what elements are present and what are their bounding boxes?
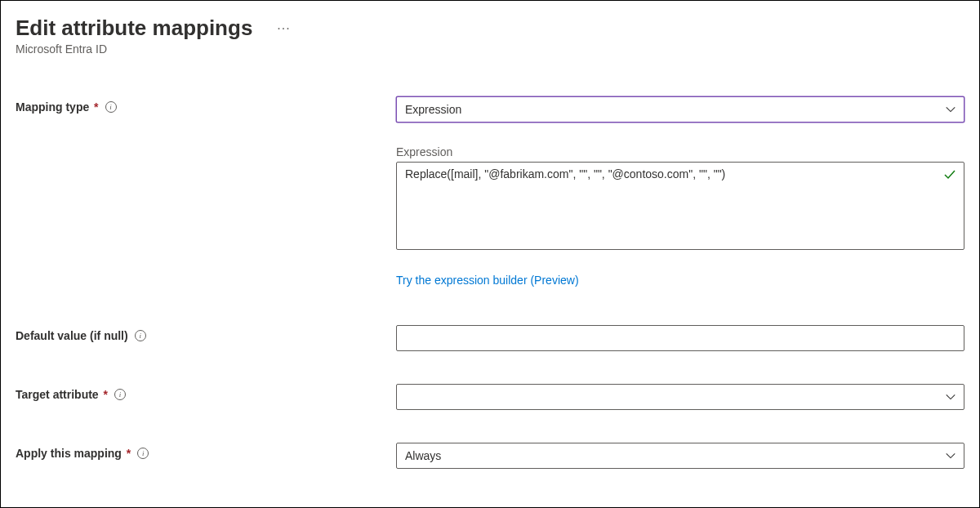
default-value-label: Default value (if null) xyxy=(16,329,128,342)
default-value-input[interactable] xyxy=(396,325,964,351)
expression-builder-link[interactable]: Try the expression builder (Preview) xyxy=(396,274,579,287)
required-indicator: * xyxy=(100,388,108,401)
apply-mapping-select[interactable]: Always xyxy=(396,443,964,469)
apply-mapping-label: Apply this mapping * xyxy=(16,447,131,460)
form-row-default-value: Default value (if null) i xyxy=(16,325,964,351)
info-icon[interactable]: i xyxy=(114,389,126,400)
form-row-apply-mapping: Apply this mapping * i Always xyxy=(16,443,964,469)
info-icon[interactable]: i xyxy=(137,448,149,459)
form-row-target-attribute: Target attribute * i xyxy=(16,384,964,410)
target-attribute-select[interactable] xyxy=(396,384,964,410)
page-title: Edit attribute mappings xyxy=(16,16,252,41)
expression-label: Expression xyxy=(396,145,964,158)
expression-textarea[interactable] xyxy=(396,162,964,250)
expression-builder-link-row: Try the expression builder (Preview) xyxy=(396,273,964,287)
page-subtitle: Microsoft Entra ID xyxy=(16,42,964,56)
checkmark-icon xyxy=(943,168,956,181)
info-icon[interactable]: i xyxy=(135,330,146,341)
target-attribute-label: Target attribute * xyxy=(16,388,108,401)
required-indicator: * xyxy=(91,100,98,114)
more-icon[interactable]: ··· xyxy=(277,21,290,36)
mapping-type-select[interactable]: Expression xyxy=(396,96,964,123)
apply-mapping-value: Always xyxy=(405,449,441,462)
info-icon[interactable]: i xyxy=(105,101,117,113)
form-row-mapping-type: Mapping type * i Expression xyxy=(16,96,964,123)
expression-section: Expression xyxy=(396,145,964,253)
page-header: Edit attribute mappings ··· Microsoft En… xyxy=(16,16,964,56)
mapping-type-label: Mapping type * xyxy=(16,100,99,114)
mapping-type-value: Expression xyxy=(405,103,461,116)
required-indicator: * xyxy=(123,447,131,460)
